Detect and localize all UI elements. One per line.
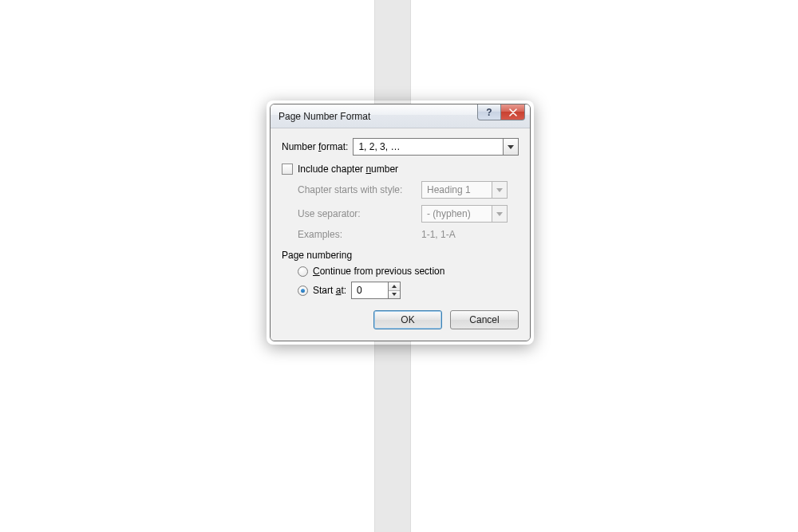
ok-button[interactable]: OK: [373, 310, 442, 329]
help-button[interactable]: ?: [477, 104, 501, 120]
dialog-title: Page Number Format: [279, 111, 370, 122]
examples-label: Examples:: [298, 229, 421, 240]
start-at-radio[interactable]: [298, 286, 308, 296]
continue-from-previous-label: Continue from previous section: [313, 266, 444, 277]
chevron-down-icon: [392, 293, 397, 296]
chapter-style-dropdown-button: [492, 181, 508, 199]
dialog-titlebar[interactable]: Page Number Format ?: [271, 104, 530, 128]
start-at-value[interactable]: 0: [351, 282, 388, 299]
chevron-up-icon: [392, 285, 397, 288]
number-format-value[interactable]: 1, 2, 3, …: [353, 138, 503, 156]
separator-combo: - (hyphen): [421, 205, 508, 223]
chapter-starts-with-style-label: Chapter starts with style:: [298, 184, 421, 195]
chevron-down-icon: [496, 212, 503, 216]
start-at-spinner[interactable]: 0: [351, 282, 401, 299]
start-at-increment-button[interactable]: [389, 282, 400, 290]
separator-dropdown-button: [492, 205, 508, 223]
page-number-format-dialog: Page Number Format ? Number format:: [270, 104, 531, 341]
start-at-decrement-button[interactable]: [389, 290, 400, 299]
page-numbering-section-label: Page numbering: [282, 250, 519, 261]
chevron-down-icon: [496, 188, 503, 192]
examples-value: 1-1, 1-A: [421, 229, 456, 240]
chapter-style-combo: Heading 1: [421, 181, 508, 199]
help-icon: ?: [486, 107, 492, 118]
separator-value: - (hyphen): [421, 205, 492, 223]
include-chapter-number-label: Include chapter number: [298, 164, 398, 175]
include-chapter-number-checkbox[interactable]: [282, 164, 293, 175]
continue-from-previous-radio[interactable]: [298, 266, 308, 277]
chevron-down-icon: [508, 145, 514, 149]
number-format-label: Number format:: [282, 141, 348, 152]
chapter-style-value: Heading 1: [421, 181, 492, 199]
cancel-button[interactable]: Cancel: [450, 310, 519, 329]
number-format-combo[interactable]: 1, 2, 3, …: [353, 138, 519, 156]
close-button[interactable]: [501, 104, 525, 120]
number-format-dropdown-button[interactable]: [503, 138, 519, 156]
use-separator-label: Use separator:: [298, 208, 421, 219]
close-icon: [509, 108, 517, 116]
start-at-label: Start at:: [313, 285, 346, 296]
